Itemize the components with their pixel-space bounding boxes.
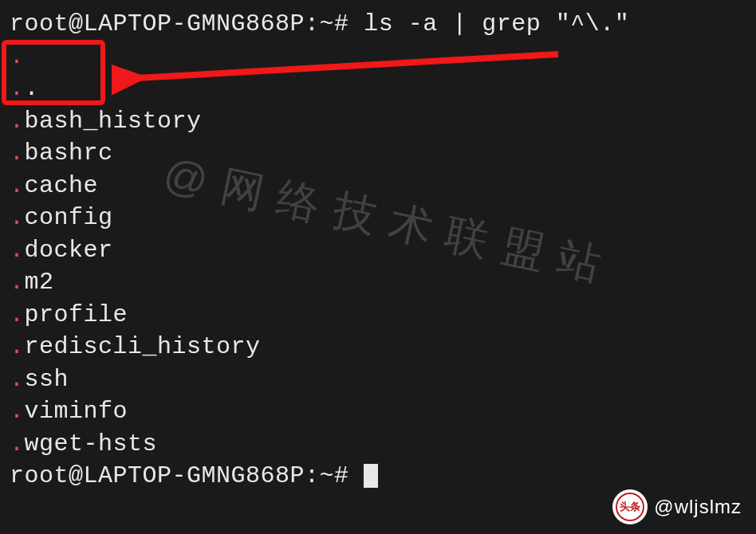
output-rest: docker bbox=[25, 237, 113, 264]
prompt-symbol: # bbox=[334, 10, 349, 37]
command-line: root@LAPTOP-GMNG868P:~# ls -a | grep "^\… bbox=[10, 8, 746, 41]
toutiao-badge-text: 头条 bbox=[616, 493, 644, 521]
cursor-icon bbox=[364, 464, 378, 488]
grep-match-dot: . bbox=[10, 75, 25, 102]
output-rest: m2 bbox=[25, 269, 54, 296]
footer-handle: @wljslmz bbox=[654, 494, 742, 520]
output-rest: config bbox=[25, 204, 113, 231]
output-line: . bbox=[10, 41, 746, 73]
output-rest: rediscli_history bbox=[25, 333, 261, 360]
output-line: .m2 bbox=[10, 266, 746, 299]
grep-match-dot: . bbox=[10, 430, 25, 457]
output-line: .profile bbox=[10, 299, 746, 332]
output-line: .bashrc bbox=[10, 137, 746, 170]
output-line: .bash_history bbox=[10, 105, 746, 138]
prompt-line: root@LAPTOP-GMNG868P:~# bbox=[10, 460, 746, 493]
prompt-host: LAPTOP-GMNG868P bbox=[84, 462, 305, 489]
command-text: ls -a | grep "^\." bbox=[364, 10, 629, 37]
output-line: .docker bbox=[10, 234, 746, 267]
grep-match-dot: . bbox=[10, 204, 25, 231]
output-line: .ssh bbox=[10, 363, 746, 396]
toutiao-badge-icon: 头条 bbox=[612, 489, 648, 524]
prompt-user: root bbox=[10, 462, 69, 489]
grep-match-dot: . bbox=[10, 269, 25, 296]
prompt-user: root bbox=[10, 10, 69, 37]
prompt-path: ~ bbox=[320, 462, 335, 489]
output-rest: . bbox=[25, 75, 40, 102]
output-line: .. bbox=[10, 73, 746, 105]
output-rest: cache bbox=[25, 172, 99, 199]
grep-match-dot: . bbox=[10, 139, 25, 167]
grep-match-dot: . bbox=[10, 237, 25, 264]
grep-match-dot: . bbox=[10, 172, 25, 199]
grep-match-dot: . bbox=[10, 333, 25, 360]
output-line: .rediscli_history bbox=[10, 331, 746, 363]
terminal[interactable]: root@LAPTOP-GMNG868P:~# ls -a | grep "^\… bbox=[10, 8, 746, 493]
prompt-symbol: # bbox=[334, 462, 349, 489]
output-rest: bashrc bbox=[25, 139, 113, 167]
output-rest: profile bbox=[25, 301, 128, 328]
output-rest: viminfo bbox=[25, 398, 128, 425]
output-line: .config bbox=[10, 202, 746, 234]
output-line: .viminfo bbox=[10, 395, 746, 428]
grep-match-dot: . bbox=[10, 398, 25, 425]
grep-match-dot: . bbox=[10, 366, 25, 393]
output-rest: ssh bbox=[25, 366, 69, 393]
output-rest: wget-hsts bbox=[25, 430, 158, 457]
output-line: .cache bbox=[10, 170, 746, 202]
output-rest: bash_history bbox=[25, 108, 202, 135]
prompt-host: LAPTOP-GMNG868P bbox=[84, 10, 305, 37]
prompt-path: ~ bbox=[320, 10, 335, 37]
footer-attribution: 头条 @wljslmz bbox=[612, 489, 742, 524]
grep-match-dot: . bbox=[10, 43, 25, 70]
output-line: .wget-hsts bbox=[10, 428, 746, 461]
grep-match-dot: . bbox=[10, 301, 25, 328]
grep-match-dot: . bbox=[10, 108, 25, 135]
